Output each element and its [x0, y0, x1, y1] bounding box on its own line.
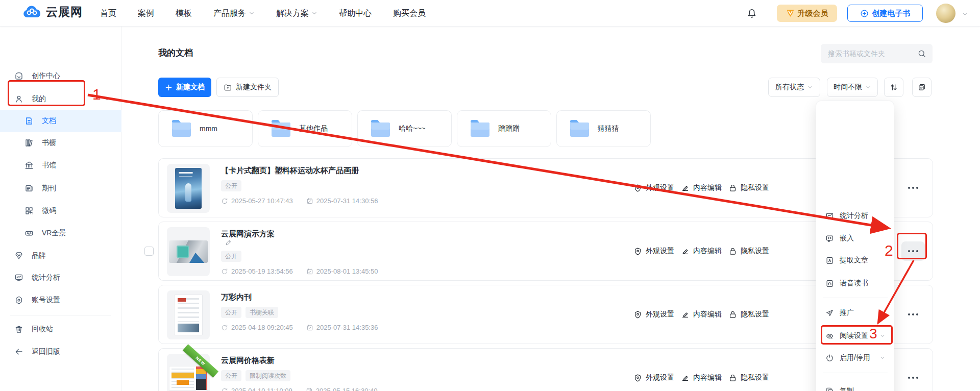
new-folder-button[interactable]: 新建文件夹	[216, 78, 279, 97]
nav-item-buy-membership[interactable]: 购买会员	[393, 8, 426, 19]
document-dates: 2025-04-18 09:20:45 2025-07-31 14:35:36	[221, 324, 378, 331]
row-select-checkbox[interactable]	[144, 247, 154, 256]
chevron-down-icon[interactable]	[104, 96, 110, 103]
privacy-settings-button[interactable]: 隐私设置	[728, 247, 769, 256]
lock-icon	[728, 184, 737, 192]
sidebar-item-statistics[interactable]: 统计分析	[0, 266, 121, 289]
sidebar-item-library[interactable]: 书馆	[0, 154, 121, 177]
content-edit-button[interactable]: 内容编辑	[681, 183, 722, 192]
avatar-chevron-icon[interactable]	[962, 11, 968, 17]
notification-bell-icon[interactable]	[746, 7, 757, 19]
sort-button[interactable]	[884, 78, 903, 97]
logo[interactable]: 云展网	[22, 4, 83, 20]
sidebar-item-microcode[interactable]: 微码	[0, 200, 121, 222]
document-thumbnail[interactable]	[167, 164, 210, 213]
more-actions-button[interactable]	[901, 368, 925, 387]
content-edit-button[interactable]: 内容编辑	[681, 310, 722, 319]
document-title[interactable]: 【卡片式翻页】塑料杯运动水杯产品画册	[221, 166, 359, 175]
updated-time-icon	[306, 387, 313, 391]
folder-card[interactable]: 蹭蹭蹭	[457, 110, 551, 147]
created-time-icon	[221, 387, 228, 391]
thumbnail-cover-art	[169, 366, 208, 390]
document-thumbnail[interactable]: NEW	[167, 354, 210, 391]
sidebar-item-documents[interactable]: 文档	[0, 110, 121, 132]
rename-pencil-icon[interactable]	[225, 239, 232, 246]
sidebar-item-recycle-bin[interactable]: 回收站	[0, 318, 121, 340]
folder-icon	[170, 119, 192, 138]
appearance-icon	[633, 247, 642, 256]
nav-item-templates[interactable]: 模板	[176, 8, 192, 19]
search-input[interactable]	[828, 44, 914, 63]
document-title[interactable]: 万彩内刊	[221, 292, 252, 301]
nav-item-products[interactable]: 产品服务	[213, 8, 255, 19]
folder-card[interactable]: 哈哈~~~	[357, 110, 452, 147]
creation-center-icon	[14, 71, 23, 81]
menu-divider	[823, 298, 888, 298]
folder-card[interactable]: 猜猜猜	[556, 110, 651, 147]
nav-item-home[interactable]: 首页	[100, 8, 116, 19]
edit-icon	[681, 247, 690, 256]
chevron-down-icon	[865, 84, 871, 90]
appearance-settings-button[interactable]: 外观设置	[633, 183, 674, 192]
appearance-settings-button[interactable]: 外观设置	[633, 247, 674, 256]
sidebar-item-brand[interactable]: 品牌	[0, 245, 121, 267]
menu-item-statistics[interactable]: 统计分析	[816, 205, 895, 227]
menu-item-promote[interactable]: 推广	[816, 302, 895, 324]
content-edit-button[interactable]: 内容编辑	[681, 247, 722, 256]
search-icon[interactable]	[917, 49, 926, 58]
sidebar-item-journal[interactable]: 期刊	[0, 177, 121, 200]
brand-tag-icon	[14, 251, 23, 260]
document-dates: 2025-05-19 13:54:56 2025-08-01 13:45:50	[221, 267, 378, 275]
menu-item-reading-settings[interactable]: 阅读设置	[816, 325, 895, 347]
user-avatar[interactable]	[936, 4, 955, 23]
lock-icon	[728, 247, 737, 256]
thumbnail-cover-art	[174, 295, 203, 335]
create-ebook-button[interactable]: 创建电子书	[847, 5, 923, 22]
sidebar-item-bookshelf[interactable]: 书橱	[0, 132, 121, 154]
plus-icon	[165, 84, 173, 91]
menu-item-extract-article[interactable]: 提取文章	[816, 249, 895, 272]
privacy-settings-button[interactable]: 隐私设置	[728, 183, 769, 192]
created-time: 2025-04-18 09:20:45	[231, 324, 293, 331]
audio-book-icon	[825, 279, 834, 288]
privacy-settings-button[interactable]: 隐私设置	[728, 373, 769, 382]
sidebar-item-mine[interactable]: 我的	[0, 88, 121, 110]
chevron-down-icon	[879, 355, 886, 361]
created-time: 2025-05-19 13:54:56	[231, 267, 293, 275]
folder-card[interactable]: mmm	[158, 110, 253, 147]
menu-item-enable-disable[interactable]: 启用/停用	[816, 347, 895, 369]
more-actions-button[interactable]	[901, 305, 925, 324]
document-thumbnail[interactable]	[167, 227, 210, 276]
upgrade-membership-button[interactable]: 升级会员	[777, 5, 837, 22]
sidebar-item-account-settings[interactable]: 账号设置	[0, 289, 121, 311]
new-document-button[interactable]: 新建文档	[158, 78, 211, 97]
shelf-link-badge: 书橱关联	[246, 307, 278, 318]
document-info: 【卡片式翻页】塑料杯运动水杯产品画册 公开 2025-05-27 10:47:4…	[221, 166, 378, 205]
nav-item-solutions[interactable]: 解决方案	[276, 8, 317, 19]
menu-item-audio-reading[interactable]: 语音读书	[816, 272, 895, 295]
nav-item-help[interactable]: 帮助中心	[339, 8, 372, 19]
folder-card[interactable]: 其他作品	[258, 110, 352, 147]
status-badge: 公开	[221, 307, 241, 318]
appearance-settings-button[interactable]: 外观设置	[633, 373, 674, 382]
document-thumbnail[interactable]	[167, 290, 210, 339]
more-actions-button[interactable]	[901, 241, 925, 261]
menu-item-embed[interactable]: 嵌入	[816, 227, 895, 250]
appearance-settings-button[interactable]: 外观设置	[633, 310, 674, 319]
document-title[interactable]: 云展网演示方案	[221, 229, 275, 238]
menu-item-copy[interactable]: 复制	[816, 380, 895, 391]
privacy-settings-button[interactable]: 隐私设置	[728, 310, 769, 319]
sidebar-item-back-to-old[interactable]: 返回旧版	[0, 340, 121, 363]
plus-circle-icon	[860, 9, 869, 18]
sidebar-item-vr-panorama[interactable]: VR全景	[0, 222, 121, 245]
sidebar-item-creation-center[interactable]: 创作中心	[0, 65, 121, 87]
time-filter-dropdown[interactable]: 时间不限	[827, 78, 878, 97]
content-edit-button[interactable]: 内容编辑	[681, 373, 722, 382]
nav-item-cases[interactable]: 案例	[138, 8, 154, 19]
create-label: 创建电子书	[872, 9, 911, 18]
status-filter-dropdown[interactable]: 所有状态	[768, 78, 820, 97]
document-title[interactable]: 云展网价格表新	[221, 356, 275, 364]
appearance-icon	[633, 310, 642, 319]
more-actions-button[interactable]	[901, 178, 925, 198]
batch-select-button[interactable]	[912, 78, 932, 97]
